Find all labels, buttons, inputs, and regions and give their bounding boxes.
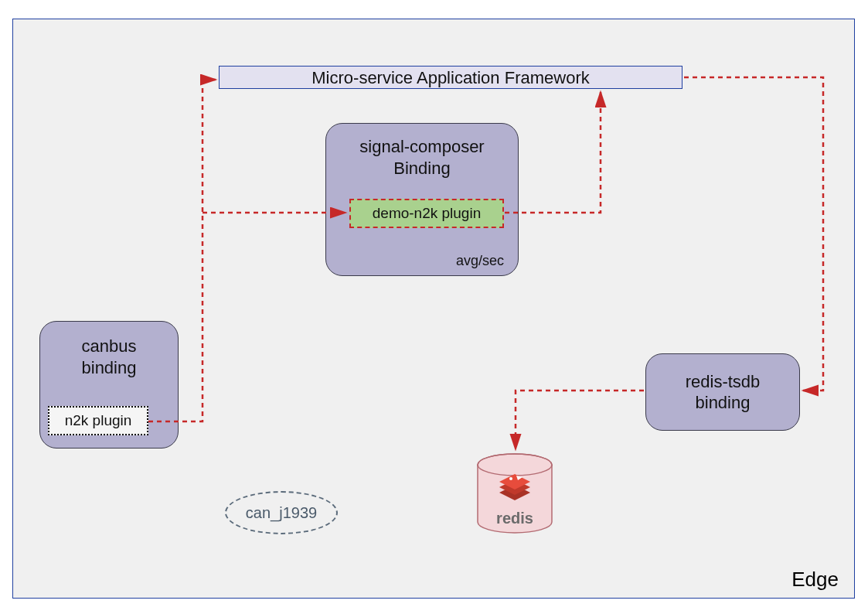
signal-composer-title-1: signal-composer — [359, 137, 484, 156]
redis-tsdb-node: redis-tsdb binding — [645, 353, 800, 431]
can-j1939-label: can_j1939 — [246, 504, 317, 522]
svg-point-5 — [509, 477, 512, 480]
n2k-plugin-label: n2k plugin — [65, 412, 132, 429]
n2k-plugin-box: n2k plugin — [48, 406, 148, 435]
can-j1939-ellipse: can_j1939 — [225, 491, 338, 534]
redis-tsdb-title-2: binding — [696, 393, 751, 412]
framework-title: Micro-service Application Framework — [311, 68, 589, 87]
connector-layer — [13, 19, 854, 598]
canbus-title-1: canbus — [82, 336, 137, 356]
arrow-framework-to-redis-tsdb — [684, 77, 823, 391]
avg-sec-label: avg/sec — [456, 253, 504, 269]
canbus-title-2: binding — [82, 358, 137, 377]
edge-label: Edge — [791, 568, 839, 592]
redis-cylinder-svg: redis — [472, 452, 557, 537]
edge-container: Edge Micro-service Application Framework… — [12, 19, 855, 599]
redis-tsdb-title-1: redis-tsdb — [686, 372, 761, 391]
demo-n2k-plugin-box: demo-n2k plugin — [349, 199, 504, 228]
framework-bar: Micro-service Application Framework — [219, 66, 682, 89]
redis-cylinder: redis — [472, 452, 557, 537]
signal-composer-title-2: Binding — [393, 159, 450, 178]
canbus-binding-node: canbus binding n2k plugin — [39, 321, 179, 449]
redis-text: redis — [496, 510, 533, 527]
arrow-redis-tsdb-to-redis — [516, 391, 644, 449]
demo-plugin-label: demo-n2k plugin — [373, 205, 481, 222]
arrow-demo-plugin-to-framework — [505, 92, 601, 213]
signal-composer-node: signal-composer Binding demo-n2k plugin … — [325, 123, 519, 276]
